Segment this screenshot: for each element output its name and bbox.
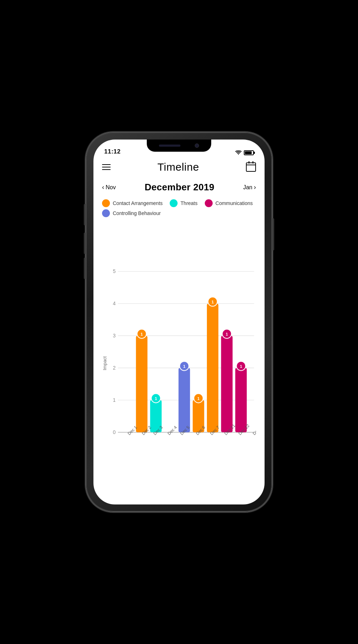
legend-communications: Communications <box>205 199 253 207</box>
chart-legend: Contact Arrangements Threats Communicati… <box>102 199 256 222</box>
svg-text:1: 1 <box>141 332 143 336</box>
chart-area: Impact 5 4 3 2 1 <box>102 222 256 504</box>
bar-dec3-contact <box>136 336 147 432</box>
app-content: Timeline ‹ Nov December 2019 Jan › <box>93 157 265 504</box>
svg-text:Dec 4: Dec 4 <box>166 425 178 436</box>
bar-dec12-comm-small <box>235 368 247 432</box>
legend-dot-controlling <box>102 209 110 217</box>
status-time: 11:12 <box>104 148 121 155</box>
battery-icon <box>244 150 254 155</box>
chevron-right-icon: › <box>254 184 256 191</box>
svg-text:1: 1 <box>155 396 157 401</box>
bar-dec11-contact <box>207 303 218 432</box>
svg-text:1: 1 <box>226 332 228 336</box>
phone-screen: 11:12 <box>93 140 265 504</box>
svg-text:1: 1 <box>240 364 242 369</box>
legend-label-contact: Contact Arrangements <box>113 200 163 206</box>
legend-label-controlling: Controlling Behaviour <box>113 210 161 216</box>
svg-text:5: 5 <box>113 268 116 274</box>
battery-fill <box>245 151 252 154</box>
legend-contact: Contact Arrangements <box>102 199 163 207</box>
prev-month-label: Nov <box>106 184 116 191</box>
svg-text:0: 0 <box>113 429 116 435</box>
svg-text:2: 2 <box>113 365 116 371</box>
svg-text:1: 1 <box>183 364 185 369</box>
chevron-left-icon: ‹ <box>102 184 104 191</box>
menu-button[interactable] <box>102 164 111 170</box>
chart-inner: 5 4 3 2 1 0 <box>110 222 256 504</box>
legend-dot-communications <box>205 199 213 207</box>
legend-controlling: Controlling Behaviour <box>102 209 161 217</box>
calendar-button[interactable] <box>246 162 256 172</box>
y-axis-label: Impact <box>102 222 107 504</box>
header: Timeline <box>102 157 256 179</box>
svg-text:Dec 31: Dec 31 <box>252 423 256 436</box>
wifi-icon <box>235 150 242 155</box>
legend-label-threats: Threats <box>180 200 197 206</box>
bar-dec6-controlling <box>179 368 190 432</box>
month-nav: ‹ Nov December 2019 Jan › <box>102 179 256 199</box>
next-month-button[interactable]: Jan › <box>243 184 256 191</box>
svg-text:1: 1 <box>113 397 116 403</box>
page-title: Timeline <box>158 161 199 173</box>
svg-text:1: 1 <box>212 299 214 304</box>
legend-threats: Threats <box>170 199 197 207</box>
svg-text:1: 1 <box>197 396 200 401</box>
notch <box>147 140 211 152</box>
next-month-label: Jan <box>243 184 252 191</box>
phone-frame: 11:12 <box>86 132 272 512</box>
bar-dec12-comm-big <box>221 336 233 432</box>
legend-dot-threats <box>170 199 178 207</box>
svg-text:3: 3 <box>113 333 116 338</box>
status-icons <box>235 150 254 155</box>
camera <box>195 143 199 148</box>
current-month-title: December 2019 <box>145 182 214 193</box>
prev-month-button[interactable]: ‹ Nov <box>102 184 116 191</box>
legend-dot-contact <box>102 199 110 207</box>
legend-label-communications: Communications <box>216 200 253 206</box>
speaker <box>159 145 180 147</box>
bar-chart: 5 4 3 2 1 0 <box>110 222 256 504</box>
svg-text:4: 4 <box>113 301 116 306</box>
